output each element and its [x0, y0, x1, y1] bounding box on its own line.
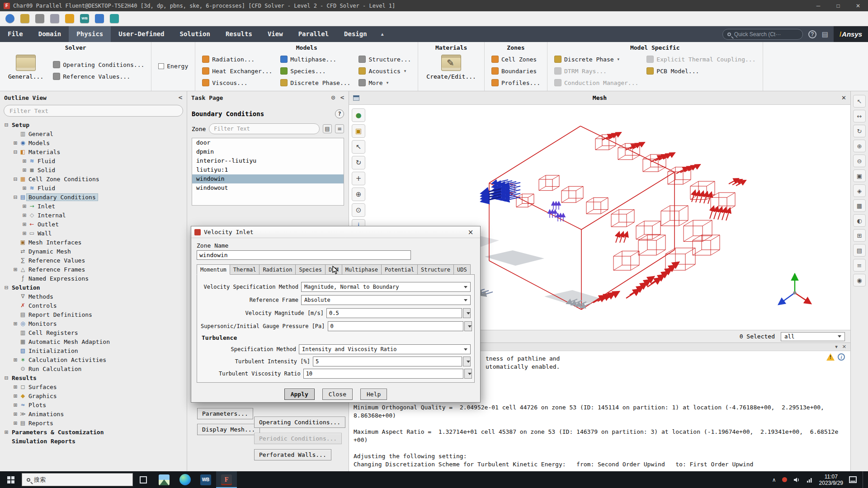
more-button[interactable]: More▾ [356, 77, 413, 89]
tree-item-automatic-mesh-adaption[interactable]: ▦Automatic Mesh Adaption [0, 337, 187, 346]
zone-filter-input[interactable]: Filter Text [209, 123, 320, 134]
select-tool-icon[interactable]: ↖ [853, 95, 866, 108]
zone-item-dpmin[interactable]: dpmin [192, 147, 344, 156]
expand-icon[interactable]: ⊞ [21, 230, 28, 236]
select-icon[interactable]: ↖ [352, 140, 365, 154]
headlight-icon[interactable]: ◐ [853, 214, 866, 227]
options-icon[interactable]: ◉ [853, 274, 866, 286]
outline-collapse-icon[interactable]: < [178, 94, 183, 101]
taskbar-clock[interactable]: 11:07 2023/9/29 [819, 474, 843, 486]
dialog-tab-radiation[interactable]: Radiation [259, 264, 296, 275]
turbulent-viscosity-ratio-expression-button[interactable] [464, 369, 472, 379]
sort-zones-icon[interactable]: ≡ [335, 124, 344, 133]
dialog-tab-momentum[interactable]: Momentum [197, 264, 230, 275]
profiles-button[interactable]: Profiles... [489, 77, 542, 89]
edge-button[interactable] [175, 471, 195, 488]
views-icon[interactable]: ▦ [853, 199, 866, 212]
graphics-close-icon[interactable]: ✕ [841, 94, 846, 101]
menu-tab-results[interactable]: Results [218, 26, 260, 42]
turbulence-specification-method-dropdown[interactable]: Intensity and Viscosity Ratio [299, 344, 471, 354]
tree-item-animations[interactable]: ⊞≫Animations [0, 409, 187, 418]
expand-icon[interactable]: ⊞ [21, 158, 28, 164]
expand-icon[interactable]: ⊞ [12, 402, 19, 408]
tree-item-mesh-interfaces[interactable]: ▣Mesh Interfaces [0, 238, 187, 247]
speaker-icon[interactable] [793, 476, 800, 483]
collapse-icon[interactable]: ⊟ [12, 176, 19, 182]
turbulent-viscosity-ratio-input[interactable] [303, 369, 463, 379]
outline-filter-input[interactable]: Filter Text [4, 105, 183, 117]
tree-item-surfaces[interactable]: ⊞◻Surfaces [0, 382, 187, 391]
minimize-button[interactable]: ─ [808, 0, 828, 11]
tree-item-wall[interactable]: ⊞▭Wall [0, 229, 187, 238]
display-mesh-button[interactable]: Display Mesh... [197, 424, 260, 435]
dialog-titlebar[interactable]: Velocity Inlet × [191, 226, 480, 238]
tray-chevron-icon[interactable]: ∧ [772, 477, 776, 483]
tray-app-icon[interactable] [782, 477, 787, 482]
zoom-box-icon[interactable]: ⊕ [352, 188, 365, 201]
reference-values-button[interactable]: Reference Values... [51, 70, 146, 82]
zone-item-windowout[interactable]: windowout [192, 183, 344, 192]
energy-checkbox-item[interactable]: Energy [156, 60, 190, 72]
case-icon[interactable] [20, 14, 29, 23]
cell-zones-button[interactable]: Cell Zones [489, 53, 542, 65]
grid-blue-icon[interactable] [95, 14, 104, 23]
taskbar-search[interactable]: 搜索 [22, 473, 133, 486]
expand-icon[interactable]: ⊞ [21, 167, 28, 173]
weather-widget-button[interactable] [154, 471, 175, 488]
tree-item-controls[interactable]: ✗Controls [0, 301, 187, 310]
print-icon[interactable] [50, 14, 59, 23]
tree-item-parameters-customization[interactable]: ⊞Parameters & Customization [0, 427, 187, 436]
collapse-icon[interactable]: ⊟ [12, 194, 19, 200]
folder-icon[interactable] [35, 14, 44, 23]
zoom-in-tool-icon[interactable]: ⊕ [853, 140, 866, 152]
expand-icon[interactable]: ⊞ [12, 384, 19, 390]
expand-icon[interactable]: ⊞ [12, 393, 19, 399]
velocity-magnitude-input[interactable] [326, 308, 462, 318]
tree-item-calculation-activities[interactable]: ⊞∗Calculation Activities [0, 355, 187, 364]
tree-item-simulation-reports[interactable]: Simulation Reports [0, 436, 187, 446]
documentation-icon[interactable]: ▤ [822, 30, 828, 38]
expand-icon[interactable]: ⊞ [12, 321, 19, 327]
expand-icon[interactable]: ⊞ [12, 357, 19, 363]
tree-item-internal[interactable]: ⊞◇Internal [0, 211, 187, 220]
menu-tab-physics[interactable]: Physics [69, 26, 111, 42]
chevron-down-icon[interactable]: ▾ [387, 80, 389, 85]
turbulent-intensity-input[interactable] [313, 357, 462, 366]
tree-item-dynamic-mesh[interactable]: ⇄Dynamic Mesh [0, 247, 187, 256]
collapse-icon[interactable]: ⊟ [3, 375, 10, 381]
expand-icon[interactable]: ⊞ [12, 267, 19, 272]
layers-panel-icon[interactable]: ≡ [853, 259, 866, 272]
expand-icon[interactable]: ⊞ [12, 140, 19, 146]
multiphase-button[interactable]: Multiphase... [278, 53, 353, 65]
supersonic-gauge-pressure-expression-button[interactable] [464, 321, 472, 331]
info-icon[interactable]: i [838, 353, 845, 361]
console-close-icon[interactable]: ✕ [842, 344, 846, 350]
dialog-tab-uds[interactable]: UDS [454, 264, 471, 275]
zone-item-windowin[interactable]: windowin [192, 174, 344, 183]
expand-icon[interactable]: ⊞ [21, 212, 28, 218]
create-edit-materials-button[interactable]: Create/Edit... [423, 53, 480, 80]
expand-icon[interactable]: ⊞ [12, 411, 19, 417]
ribbon-collapse-icon[interactable]: ▲ [375, 26, 390, 42]
radiation-button[interactable]: Radiation... [200, 53, 274, 65]
start-button[interactable] [0, 471, 22, 488]
menu-tab-parallel[interactable]: Parallel [291, 26, 336, 42]
tree-item-monitors[interactable]: ⊞◎Monitors [0, 319, 187, 328]
expand-icon[interactable]: ⊞ [21, 185, 28, 191]
fit-view-icon[interactable]: ▣ [853, 169, 866, 182]
pcb-model-button[interactable]: PCB Model... [644, 65, 758, 77]
help-button[interactable]: ? [335, 109, 344, 118]
copy-zone-icon[interactable]: ▤ [323, 124, 332, 133]
chevron-down-icon[interactable]: ▾ [618, 57, 620, 61]
supersonic-gauge-pressure-input[interactable] [328, 321, 463, 331]
species-button[interactable]: Species... [278, 65, 353, 77]
discrete-phase-button[interactable]: Discrete Phase... [278, 77, 353, 89]
dialog-tab-species[interactable]: Species [296, 264, 326, 275]
quick-search-input[interactable]: Quick Search (Ct··· [722, 29, 803, 40]
heat-exchanger-button[interactable]: Heat Exchanger... [200, 65, 274, 77]
expand-icon[interactable]: ⊞ [21, 203, 28, 209]
tree-item-named-expressions[interactable]: ƒNamed Expressions [0, 274, 187, 283]
task-page-options-icon[interactable]: ⊙ [331, 94, 335, 101]
discrete-phase-button[interactable]: Discrete Phase▾ [552, 53, 641, 65]
workbench-icon[interactable]: WB [80, 14, 89, 23]
